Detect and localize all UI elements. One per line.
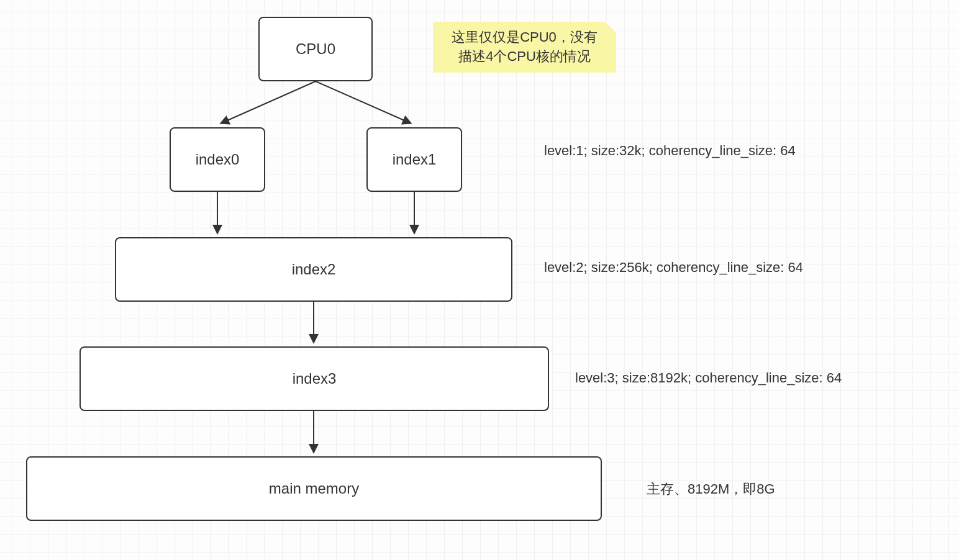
box-index2-label: index2 (292, 261, 336, 278)
label-main-memory: 主存、8192M，即8G (647, 480, 775, 499)
box-index3-label: index3 (293, 370, 337, 387)
box-index0: index0 (170, 127, 265, 192)
arrow-cpu0-index0 (222, 81, 316, 123)
label-level2: level:2; size:256k; coherency_line_size:… (544, 260, 803, 276)
label-level3: level:3; size:8192k; coherency_line_size… (575, 370, 842, 386)
box-main-memory-label: main memory (269, 480, 359, 497)
box-index2: index2 (115, 237, 512, 302)
arrow-cpu0-index1 (316, 81, 410, 123)
box-index0-label: index0 (196, 151, 240, 168)
note-line2: 描述4个CPU核的情况 (442, 47, 607, 66)
box-index3: index3 (80, 346, 549, 411)
note-cpu0: 这里仅仅是CPU0，没有 描述4个CPU核的情况 (433, 22, 616, 73)
box-cpu0-label: CPU0 (296, 40, 335, 58)
box-main-memory: main memory (26, 456, 602, 521)
label-level1: level:1; size:32k; coherency_line_size: … (544, 143, 796, 159)
box-index1: index1 (366, 127, 462, 192)
note-line1: 这里仅仅是CPU0，没有 (442, 28, 607, 47)
box-index1-label: index1 (393, 151, 437, 168)
box-cpu0: CPU0 (258, 17, 373, 81)
